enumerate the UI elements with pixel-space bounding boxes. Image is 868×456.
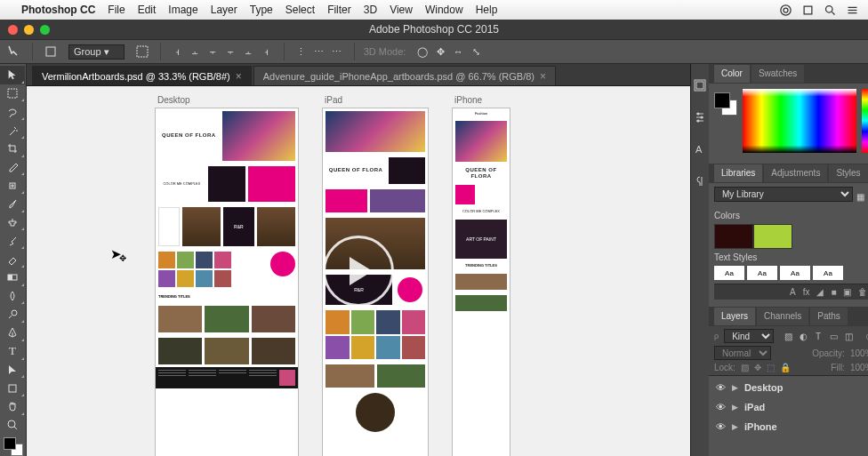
doc-tab-1[interactable]: Advenure_guide_iPhoneApp_artboards.psd @…: [253, 66, 556, 85]
cc-icon[interactable]: [779, 4, 792, 17]
zoom-tool[interactable]: [0, 416, 25, 435]
align-top-icon[interactable]: ⫟: [223, 43, 239, 60]
menu-edit[interactable]: Edit: [138, 4, 157, 16]
libraries-tab[interactable]: Libraries: [714, 164, 762, 182]
crop-tool[interactable]: [0, 140, 25, 158]
lock-artboard-icon[interactable]: ⬚: [767, 363, 775, 372]
minimize-window-button[interactable]: [24, 25, 34, 35]
artboard-label[interactable]: iPhone: [453, 95, 510, 105]
menu-select[interactable]: Select: [285, 4, 315, 16]
eraser-tool[interactable]: [0, 250, 25, 268]
menu-help[interactable]: Help: [476, 4, 498, 16]
search-icon[interactable]: [824, 4, 837, 17]
shape-tool[interactable]: [0, 379, 25, 397]
color-spectrum[interactable]: [743, 89, 856, 153]
align-left-icon[interactable]: ⫞: [170, 43, 186, 60]
align-h-center-icon[interactable]: ⫠: [188, 43, 204, 60]
paths-tab[interactable]: Paths: [810, 308, 848, 325]
eyedropper-tool[interactable]: [0, 158, 25, 177]
menu-view[interactable]: View: [390, 4, 413, 16]
wand-tool[interactable]: [0, 121, 25, 140]
blend-mode-select[interactable]: Normal: [714, 346, 771, 360]
text-style-0[interactable]: Aa: [714, 266, 744, 280]
history-panel-icon[interactable]: [691, 76, 709, 94]
canvas[interactable]: Desktop QUEEN OF FLORA COLOR ME COMPLEX: [27, 85, 690, 456]
library-color-1[interactable]: [753, 224, 792, 249]
close-tab-icon[interactable]: ×: [540, 70, 546, 83]
align-bottom-icon[interactable]: ⫞: [259, 43, 275, 60]
app-menu[interactable]: Photoshop CC: [21, 4, 95, 16]
align-right-icon[interactable]: ⫟: [205, 43, 221, 60]
marquee-tool[interactable]: [0, 84, 25, 103]
distribute-3-icon[interactable]: ⋯: [329, 43, 345, 60]
brush-tool[interactable]: [0, 195, 25, 213]
align-v-center-icon[interactable]: ⫠: [241, 43, 257, 60]
filter-type-icon[interactable]: T: [813, 331, 824, 341]
artboard-iphone[interactable]: Fashion QUEEN OF FLORA COLOR ME COMPLEX …: [453, 108, 510, 456]
lib-color-icon[interactable]: ■: [831, 287, 836, 297]
menu-file[interactable]: File: [108, 4, 125, 16]
swatches-tab[interactable]: Swatches: [751, 65, 804, 83]
library-select[interactable]: My Library: [714, 187, 853, 202]
library-color-0[interactable]: [714, 224, 753, 249]
text-style-1[interactable]: Aa: [747, 266, 777, 280]
tool-preset-icon[interactable]: [5, 43, 23, 60]
filter-pixel-icon[interactable]: ▨: [783, 331, 793, 341]
styles-tab[interactable]: Styles: [829, 164, 867, 182]
menu-window[interactable]: Window: [425, 4, 463, 16]
menu-3d[interactable]: 3D: [364, 4, 377, 16]
visibility-icon[interactable]: 👁: [714, 402, 727, 412]
show-transform-controls[interactable]: [133, 43, 151, 60]
path-select-tool[interactable]: [0, 361, 25, 380]
adjustments-tab[interactable]: Adjustments: [764, 164, 827, 182]
hue-slider[interactable]: [862, 89, 868, 153]
hand-tool[interactable]: [0, 397, 25, 416]
lasso-tool[interactable]: [0, 102, 25, 121]
move-tool[interactable]: [0, 66, 25, 84]
channels-tab[interactable]: Channels: [757, 308, 808, 325]
distribute-h-icon[interactable]: ⋮: [293, 43, 309, 60]
menu-layer[interactable]: Layer: [211, 4, 237, 16]
slide-icon[interactable]: ↔: [450, 43, 466, 60]
menulist-icon[interactable]: [846, 4, 859, 17]
expand-icon[interactable]: ▶: [732, 403, 739, 412]
menu-type[interactable]: Type: [250, 4, 273, 16]
scale-3d-icon[interactable]: ⤡: [468, 43, 484, 60]
dodge-tool[interactable]: [0, 305, 25, 324]
expand-icon[interactable]: ▶: [732, 422, 739, 431]
stamp-tool[interactable]: [0, 213, 25, 232]
color-tab[interactable]: Color: [714, 65, 750, 83]
text-tool[interactable]: T: [0, 342, 25, 361]
orbit-icon[interactable]: ◯: [414, 43, 430, 60]
layer-row-iphone[interactable]: 👁 ▶ iPhone: [709, 417, 868, 436]
layers-tab[interactable]: Layers: [714, 308, 755, 325]
menu-filter[interactable]: Filter: [327, 4, 351, 16]
text-style-3[interactable]: Aa: [813, 266, 843, 280]
gradient-tool[interactable]: [0, 268, 25, 287]
fill-value[interactable]: 100%: [850, 363, 868, 372]
visibility-icon[interactable]: 👁: [714, 382, 727, 393]
filter-shape-icon[interactable]: ▭: [828, 331, 839, 341]
lock-all-icon[interactable]: 🔒: [780, 363, 791, 372]
opacity-value[interactable]: 100%: [850, 348, 868, 358]
close-tab-icon[interactable]: ×: [236, 70, 242, 83]
lock-pixels-icon[interactable]: ▨: [741, 363, 749, 372]
video-play-button[interactable]: [323, 236, 394, 307]
layer-filter-kind[interactable]: Kind: [724, 329, 774, 343]
pan-icon[interactable]: ✥: [432, 43, 448, 60]
pen-tool[interactable]: [0, 324, 25, 342]
doc-tab-0[interactable]: VermilionArtboards.psd @ 33.3% (RGB/8#)×: [32, 66, 252, 85]
layer-row-desktop[interactable]: 👁 ▶ Desktop: [709, 378, 868, 397]
lib-char-icon[interactable]: A: [790, 287, 796, 297]
artboard-label[interactable]: Desktop: [156, 95, 298, 105]
lib-trash-icon[interactable]: 🗑: [858, 287, 867, 297]
artboard-tool-icon[interactable]: [42, 43, 60, 60]
lib-graphic-icon[interactable]: ▣: [843, 287, 851, 297]
artboard-desktop[interactable]: QUEEN OF FLORA COLOR ME COMPLEX R&R: [156, 108, 298, 456]
distribute-v-icon[interactable]: ⋯: [311, 43, 327, 60]
filter-smart-icon[interactable]: ◫: [843, 331, 854, 341]
properties-panel-icon[interactable]: [691, 108, 709, 126]
lib-fx-icon[interactable]: fx: [803, 287, 810, 297]
lock-position-icon[interactable]: ✥: [754, 363, 761, 372]
text-style-2[interactable]: Aa: [780, 266, 810, 280]
